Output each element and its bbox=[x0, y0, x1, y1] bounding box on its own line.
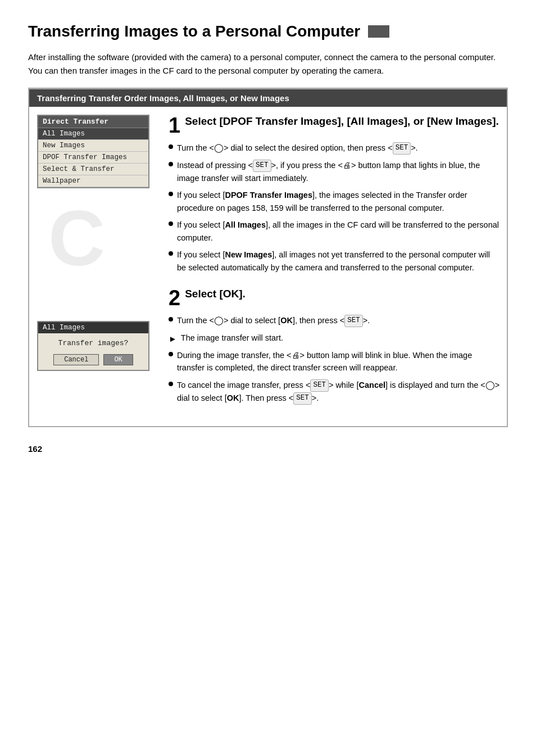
step-2-heading: 2 Select [OK]. bbox=[169, 287, 501, 309]
step-1-block: 1 Select [DPOF Transfer Images], [All Im… bbox=[169, 115, 501, 274]
dialog-cancel-btn[interactable]: Cancel bbox=[53, 354, 99, 365]
screen1-title: Direct Transfer bbox=[38, 116, 148, 128]
watermark-area: C bbox=[37, 198, 158, 311]
camera-screen-2: All Images Transfer images? Cancel OK bbox=[37, 321, 149, 371]
step-2-bullet-2: During the image transfer, the <🖨> butto… bbox=[169, 349, 501, 374]
bullet-icon bbox=[169, 144, 173, 149]
dialog-body: Transfer images? bbox=[38, 333, 148, 351]
step-1-bullets: Turn the <◯> dial to select the desired … bbox=[169, 142, 501, 274]
bullet-icon bbox=[169, 352, 173, 356]
camera-screen-1: Direct Transfer All Images New Images DP… bbox=[37, 115, 149, 188]
menu-item-select-transfer: Select & Transfer bbox=[38, 164, 148, 175]
step-2-number: 2 bbox=[169, 287, 180, 309]
step-2-bullet-1: Turn the <◯> dial to select [OK], then p… bbox=[169, 314, 501, 327]
step-1-heading: 1 Select [DPOF Transfer Images], [All Im… bbox=[169, 115, 501, 136]
step-2-heading-text: Select [OK]. bbox=[185, 288, 246, 300]
intro-text: After installing the software (provided … bbox=[28, 51, 508, 78]
step-2-block: 2 Select [OK]. Turn the <◯> dial to sele… bbox=[169, 287, 501, 405]
bullet-icon bbox=[169, 221, 173, 226]
step-1-heading-text: Select [DPOF Transfer Images], [All Imag… bbox=[185, 115, 499, 127]
page-number: 162 bbox=[28, 444, 508, 454]
menu-item-all-images: All Images bbox=[38, 128, 148, 140]
step-1-bullet-1: Turn the <◯> dial to select the desired … bbox=[169, 142, 501, 155]
step-1-bullet-5: If you select [New Images], all images n… bbox=[169, 248, 501, 274]
title-bar-icon bbox=[368, 25, 389, 38]
bullet-icon bbox=[169, 192, 173, 196]
bullet-icon bbox=[169, 251, 173, 256]
section-header: Transferring Transfer Order Images, All … bbox=[29, 89, 507, 107]
bullet-icon bbox=[169, 162, 173, 166]
dialog-ok-btn[interactable]: OK bbox=[103, 354, 133, 365]
step-2-bullets: Turn the <◯> dial to select [OK], then p… bbox=[169, 314, 501, 405]
bullet-icon bbox=[169, 317, 173, 322]
dialog-buttons: Cancel OK bbox=[38, 351, 148, 370]
menu-item-dpof: DPOF Transfer Images bbox=[38, 152, 148, 164]
step-2-arrow-1: ► The image transfer will start. bbox=[169, 332, 501, 345]
step-1-number: 1 bbox=[169, 115, 180, 136]
step-1-bullet-2: Instead of pressing <SET>, if you press … bbox=[169, 159, 501, 184]
menu-item-new-images: New Images bbox=[38, 140, 148, 152]
menu-item-wallpaper: Wallpaper bbox=[38, 175, 148, 187]
watermark-c: C bbox=[48, 193, 105, 284]
dialog-title: All Images bbox=[38, 322, 148, 333]
section-box: Transferring Transfer Order Images, All … bbox=[28, 88, 508, 427]
arrow-icon: ► bbox=[169, 333, 177, 345]
step-1-bullet-3: If you select [DPOF Transfer Images], th… bbox=[169, 189, 501, 214]
page-title: Transferring Images to a Personal Comput… bbox=[28, 22, 508, 40]
step-2-bullet-3: To cancel the image transfer, press <SET… bbox=[169, 379, 501, 405]
step-1-bullet-4: If you select [All Images], all the imag… bbox=[169, 219, 501, 244]
left-column: Direct Transfer All Images New Images DP… bbox=[29, 107, 158, 426]
right-column: 1 Select [DPOF Transfer Images], [All Im… bbox=[158, 107, 507, 426]
bullet-icon bbox=[169, 382, 173, 386]
section-body: Direct Transfer All Images New Images DP… bbox=[29, 107, 507, 426]
